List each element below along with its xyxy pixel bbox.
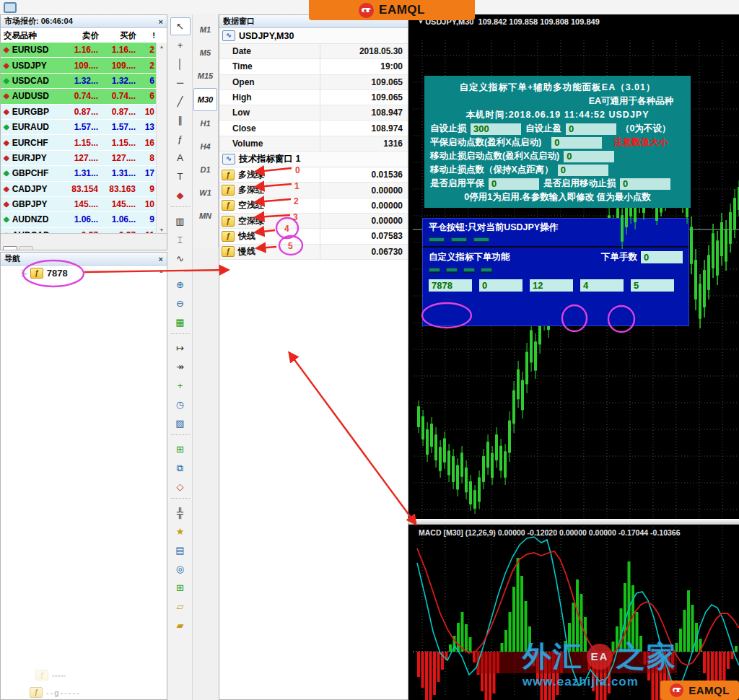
channel-tool[interactable]: ∥: [170, 111, 191, 129]
tile-windows-button[interactable]: ▦: [170, 313, 191, 331]
param-input[interactable]: 0: [479, 279, 522, 292]
folder-button[interactable]: ▱: [170, 598, 191, 616]
subwindow-splitter[interactable]: [408, 519, 739, 525]
market-watch-tab[interactable]: [3, 246, 17, 250]
market-row[interactable]: ◆USDCAD 1.32... 1.32... 6: [1, 74, 167, 89]
favorites-button[interactable]: ★: [170, 522, 191, 541]
toolbar-button[interactable]: [171, 206, 190, 210]
fibonacci-tool[interactable]: ƒ: [170, 130, 191, 148]
enable-trailing-input[interactable]: 0: [620, 178, 670, 190]
menu-item[interactable]: [109, 6, 126, 9]
menu-item[interactable]: [40, 6, 57, 9]
new-chart-button[interactable]: ⊞: [170, 440, 191, 458]
close-icon[interactable]: ×: [159, 255, 163, 263]
market-row[interactable]: ◆EURUSD 1.16... 1.16... 2: [1, 43, 167, 58]
trendline-tool[interactable]: ╱: [170, 92, 191, 110]
market-row[interactable]: ◆EURCHF 1.15... 1.15... 16: [1, 135, 167, 150]
vertical-line-tool[interactable]: │: [170, 55, 191, 73]
market-row[interactable]: ◆EURGBP 0.87... 0.87... 10: [1, 105, 167, 120]
mode-toggle-button[interactable]: [463, 268, 475, 272]
news-button[interactable]: ▤: [170, 541, 191, 559]
timeframe-button[interactable]: D1: [194, 159, 217, 180]
market-row[interactable]: ◆EURJPY 127.... 127.... 8: [1, 151, 167, 166]
text-tool[interactable]: A: [170, 149, 191, 167]
trailing-start-input[interactable]: 0: [564, 151, 614, 162]
column-bid[interactable]: 卖价: [61, 30, 102, 41]
column-spread[interactable]: !: [139, 31, 158, 40]
chart-snapshot-button[interactable]: ▨: [170, 414, 191, 432]
menu-item[interactable]: [74, 6, 92, 9]
mode-toggle-button[interactable]: [446, 268, 458, 272]
menu-item[interactable]: [92, 6, 109, 9]
enable-breakeven-input[interactable]: 0: [489, 178, 539, 190]
column-ask[interactable]: 买价: [102, 30, 139, 41]
toolbar-button[interactable]: [171, 498, 190, 502]
horizontal-line-tool[interactable]: ─: [170, 74, 191, 92]
chart-shift-button[interactable]: ↦: [170, 339, 191, 357]
data-folder-button[interactable]: ▰: [170, 616, 191, 634]
trailing-distance-input[interactable]: 0: [558, 165, 608, 176]
market-watch-tabs: [1, 233, 167, 250]
close-position-button[interactable]: [429, 237, 445, 242]
new-document-button[interactable]: ⊞: [170, 579, 191, 597]
move-chart-button[interactable]: ╬: [170, 504, 191, 522]
bar-chart-button[interactable]: ▥: [170, 212, 191, 230]
menu-item[interactable]: [57, 6, 74, 9]
param-input[interactable]: 5: [631, 279, 674, 292]
timeframe-button[interactable]: H1: [194, 113, 217, 134]
crosshair-tool[interactable]: +: [170, 36, 191, 54]
period-button[interactable]: ◷: [170, 395, 191, 414]
mode-toggle-button[interactable]: [481, 268, 492, 272]
market-row[interactable]: ◆CADJPY 83.154 83.163 9: [1, 182, 167, 197]
market-watch-scrollbar[interactable]: ▲ ▼: [156, 43, 167, 234]
zoom-out-button[interactable]: ⊖: [170, 294, 191, 312]
menu-item[interactable]: [22, 6, 40, 9]
navigator-item-7878[interactable]: ┆-- ƒ 7878: [19, 268, 68, 279]
scroll-down-icon[interactable]: ▼: [159, 227, 165, 232]
market-row[interactable]: ◆EURAUD 1.57... 1.57... 13: [1, 120, 167, 135]
chart-window[interactable]: ▼ USDJPY,M30 109.842 109.858 109.808 109…: [408, 14, 739, 700]
cascade-windows-button[interactable]: ⧉: [170, 459, 191, 477]
scroll-up-icon[interactable]: ▲: [159, 44, 165, 49]
stop-loss-input[interactable]: 300: [471, 123, 521, 135]
column-symbol[interactable]: 交易品种: [1, 30, 61, 41]
timeframe-button[interactable]: H4: [194, 136, 217, 157]
toolbar-button[interactable]: [171, 333, 190, 337]
new-order-button[interactable]: +: [170, 377, 191, 395]
close-icon[interactable]: ×: [159, 17, 163, 26]
mode-toggle-button[interactable]: [429, 268, 440, 272]
enable-breakeven-label: 是否启用平保: [430, 178, 484, 190]
zoom-in-button[interactable]: ⊕: [170, 276, 191, 294]
market-row[interactable]: ◆AUDNZD 1.06... 1.06... 9: [1, 212, 167, 227]
timeframe-button[interactable]: M1: [194, 19, 217, 40]
toolbar-button[interactable]: [171, 434, 190, 438]
line-chart-button[interactable]: ∿: [170, 250, 191, 268]
timeframe-button[interactable]: M5: [194, 42, 217, 64]
candlestick-chart-button[interactable]: ⌶: [170, 231, 191, 249]
market-watch-tab[interactable]: [19, 246, 33, 250]
search-button[interactable]: ◎: [170, 560, 191, 578]
param-input[interactable]: 12: [530, 279, 573, 292]
market-row[interactable]: ◆GBPJPY 145.... 145.... 10: [1, 197, 167, 212]
timeframe-button[interactable]: MN: [194, 205, 217, 227]
auto-scroll-button[interactable]: ↠: [170, 358, 191, 376]
cursor-tool[interactable]: ↖: [170, 17, 191, 35]
toolbar-button[interactable]: [171, 270, 190, 274]
objects-list-button[interactable]: ◇: [170, 478, 191, 496]
param-input[interactable]: 4: [580, 279, 624, 292]
market-row[interactable]: ◆USDJPY 109.... 109.... 2: [1, 58, 167, 73]
lots-input[interactable]: 0: [641, 251, 683, 263]
market-row[interactable]: ◆GBPCHF 1.31... 1.31... 17: [1, 166, 167, 181]
close-position-button[interactable]: [451, 237, 467, 242]
take-profit-input[interactable]: 0: [566, 123, 616, 135]
timeframe-button[interactable]: M15: [194, 65, 217, 87]
breakeven-start-input[interactable]: 0: [551, 137, 602, 149]
close-position-button[interactable]: [473, 237, 489, 242]
arrows-tool[interactable]: ◆: [170, 186, 191, 204]
timeframe-button[interactable]: M30: [193, 88, 217, 111]
text-label-tool[interactable]: T: [170, 167, 191, 185]
param-input[interactable]: 7878: [429, 279, 472, 292]
timeframe-button[interactable]: W1: [194, 182, 217, 204]
market-row[interactable]: ◆AUDUSD 0.74... 0.74... 6: [1, 89, 167, 104]
scroll-up-icon[interactable]: ▲: [159, 268, 164, 274]
